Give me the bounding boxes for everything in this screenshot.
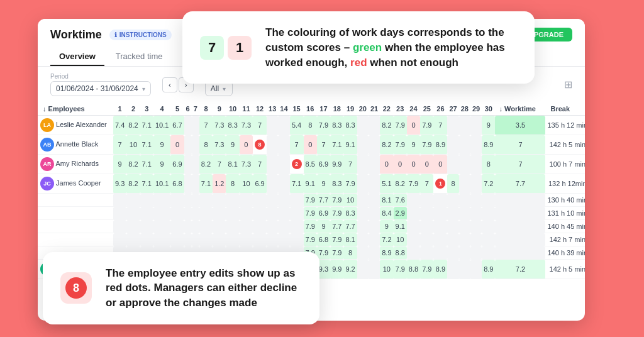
col-7: 7 <box>192 102 199 116</box>
day-cell: 7.9 <box>420 116 433 135</box>
day-cell: 7.9 <box>317 116 330 135</box>
col-2: 2 <box>126 102 140 116</box>
day-cell: 10.1 <box>153 116 170 135</box>
day-cell: 7.1 <box>140 155 153 174</box>
day-cell <box>357 155 369 174</box>
day-cell: 8.1 <box>226 155 239 174</box>
day-cell: 7.9 <box>420 135 433 155</box>
day-cell <box>184 116 192 135</box>
day-cell: 3.5 <box>495 116 545 135</box>
day-cell: 7 <box>113 135 126 155</box>
day-cell: 7.3 <box>213 116 226 135</box>
tab-tracked-time[interactable]: Tracked time <box>107 48 172 66</box>
day-cell: 0 <box>240 135 253 155</box>
day-cell: 8 <box>253 135 267 155</box>
day-cell: 7.9 <box>407 174 420 194</box>
red-word: red <box>350 57 367 69</box>
col-24: 24 <box>407 102 420 116</box>
day-cell: 0 <box>394 155 407 174</box>
day-cell: 0 <box>433 155 447 174</box>
tooltip-edits: 8 The employee entry edits show up as re… <box>43 252 319 324</box>
tab-overview[interactable]: Overview <box>50 48 104 66</box>
day-cell <box>278 155 289 174</box>
day-cell: 8.3 <box>330 116 343 135</box>
worktime-cell: 142 h 5 min <box>545 260 585 279</box>
bottom-tooltip-text: The employee entry edits show up as red … <box>106 266 297 311</box>
day-cell: 9 <box>113 155 126 174</box>
period-input[interactable]: 01/06/2024 - 31/06/2024 ▾ <box>50 81 151 96</box>
chevron-down-icon: ▾ <box>142 86 145 92</box>
period-value: 01/06/2024 - 31/06/2024 <box>56 84 138 93</box>
day-cell: 6.7 <box>170 116 184 135</box>
day-cell: 9 <box>153 135 170 155</box>
col-29: 29 <box>470 102 482 116</box>
day-cell: 8 <box>447 174 458 194</box>
day-cell: 7.3 <box>240 155 253 174</box>
day-cell <box>470 174 482 194</box>
day-cell: 6.9 <box>317 155 330 174</box>
emp-name-cell: LA Leslie Alexander <box>38 116 113 135</box>
col-20: 20 <box>357 102 369 116</box>
day-cell <box>447 260 458 279</box>
col-break: Break <box>545 102 585 116</box>
day-cell: 8.9 <box>433 260 447 279</box>
day-cell: 9.9 <box>330 260 343 279</box>
day-cell: 7 <box>495 135 545 155</box>
day-cell <box>278 135 289 155</box>
edit-dot: 1 <box>435 179 445 189</box>
col-25: 25 <box>420 102 433 116</box>
day-cell: 9 <box>153 155 170 174</box>
instructions-badge[interactable]: ℹ INSTRUCTIONS <box>109 30 172 40</box>
day-cell: 1.2 <box>213 174 226 194</box>
day-cell <box>470 135 482 155</box>
day-cell <box>447 135 458 155</box>
day-cell <box>278 174 289 194</box>
day-cell: 5.1 <box>380 174 393 194</box>
badge-number: 8 <box>65 277 87 299</box>
day-cell <box>369 116 380 135</box>
day-cell <box>459 155 470 174</box>
day-cell: 7 <box>290 135 304 155</box>
col-3: 3 <box>140 102 153 116</box>
col-10: 10 <box>226 102 239 116</box>
day-cell <box>267 116 278 135</box>
score-box: 7 1 <box>200 36 252 60</box>
day-cell: 8.9 <box>482 135 495 155</box>
period-label: Period <box>50 73 151 80</box>
day-cell: 7.9 <box>394 135 407 155</box>
day-cell: 8.2 <box>126 155 140 174</box>
day-cell <box>267 174 278 194</box>
table-row[interactable]: AB Annette Black 7 10 7.1 9 0 8 7.3 9 0 … <box>38 135 585 155</box>
day-cell: 9.3 <box>113 174 126 194</box>
col-16: 16 <box>304 102 317 116</box>
emp-name-cell: JC James Cooper <box>38 174 113 194</box>
col-13: 13 <box>267 102 278 116</box>
col-19: 19 <box>343 102 357 116</box>
day-cell: 2 <box>290 155 304 174</box>
tooltip-text: The colouring of work days corresponds t… <box>265 25 517 70</box>
table-row[interactable]: JC James Cooper 9.3 8.2 7.1 10.1 6.8 7.1… <box>38 174 585 194</box>
col-27: 27 <box>447 102 458 116</box>
instructions-label: INSTRUCTIONS <box>119 31 167 38</box>
day-cell: 9 <box>317 174 330 194</box>
day-cell: 8.8 <box>407 260 420 279</box>
day-cell: 10.1 <box>153 174 170 194</box>
grid-view-icon[interactable]: ⊞ <box>564 79 572 91</box>
table-row[interactable]: AR Amy Richards 9 8.2 7.1 9 6.9 8.2 7 8.… <box>38 155 585 174</box>
prev-button[interactable]: ‹ <box>162 77 177 92</box>
table-row[interactable]: LA Leslie Alexander 7.4 8.2 7.1 10.1 6.7… <box>38 116 585 135</box>
day-cell <box>192 174 199 194</box>
worktime-cell: 100 h 7 min <box>545 155 585 174</box>
red-badge-container: 8 <box>60 272 92 304</box>
day-cell: 10 <box>380 260 393 279</box>
day-cell: 8 <box>304 116 317 135</box>
day-cell: 8.9 <box>433 135 447 155</box>
day-cell: 0 <box>407 155 420 174</box>
day-cell: 8.3 <box>226 116 239 135</box>
col-5: 5 <box>170 102 184 116</box>
col-28: 28 <box>459 102 470 116</box>
col-22: 22 <box>380 102 393 116</box>
day-cell: 8.2 <box>126 116 140 135</box>
day-cell: 9.9 <box>330 155 343 174</box>
day-cell: 8.2 <box>199 155 213 174</box>
